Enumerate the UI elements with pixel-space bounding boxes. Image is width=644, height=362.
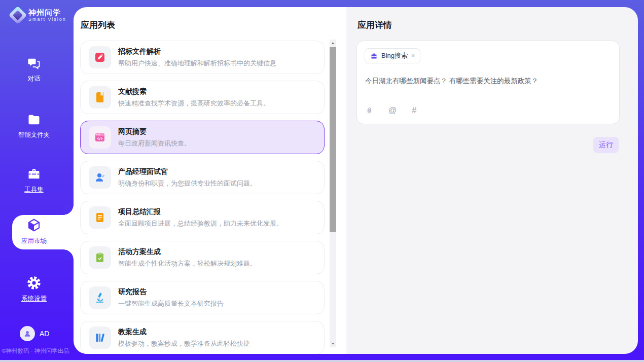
- edit-square-icon: [94, 51, 106, 63]
- app-description: 帮助用户快速、准确地理解和解析招标书中的关键信息: [118, 59, 276, 68]
- app-name: 教案生成: [118, 328, 250, 337]
- app-name: 项目总结汇报: [118, 207, 283, 216]
- app-card-pm-interviewer[interactable]: 产品经理面试官 明确身份和职责，为您提供专业性的面试问题。: [80, 161, 325, 194]
- sidebar-item-chat[interactable]: 对话: [0, 56, 68, 83]
- sidebar-item-toolset[interactable]: 工具集: [0, 167, 68, 194]
- app-detail-title: 应用详情: [357, 19, 392, 31]
- app-name: 网页摘要: [118, 127, 191, 136]
- app-icon-tile: [89, 166, 111, 189]
- attachment-toolbar: @ #: [365, 106, 416, 115]
- avatar: [20, 326, 35, 341]
- sidebar-item-app-market[interactable]: 应用市场: [0, 218, 68, 245]
- paperclip-icon[interactable]: [365, 106, 373, 115]
- app-icon-tile: [89, 206, 111, 229]
- user-initials: AD: [40, 330, 49, 338]
- sidebar-item-label: 智能文件夹: [18, 131, 50, 139]
- toolbox-icon: [27, 167, 41, 182]
- app-icon-tile: [89, 126, 111, 149]
- app-card-research-report[interactable]: 研究报告 一键智能生成高质量长文本研究报告: [80, 281, 325, 314]
- sidebar-item-label: 系统设置: [21, 295, 47, 303]
- sidebar-item-settings[interactable]: 系统设置: [0, 275, 68, 303]
- copyright-text: ©神州数码 · 神州问学出品: [0, 347, 71, 355]
- app-card-bid-analysis[interactable]: 招标文件解析 帮助用户快速、准确地理解和解析招标书中的关键信息: [80, 41, 325, 74]
- brand-logo: 神州问学 Smart Vision: [11, 8, 66, 22]
- brand-logo-icon: [9, 6, 27, 25]
- app-description: 一键智能生成高质量长文本研究报告: [118, 299, 224, 308]
- close-icon[interactable]: ×: [411, 53, 415, 59]
- person-icon: [94, 171, 106, 184]
- folder-icon: [27, 113, 41, 127]
- app-description: 模板驱动，教案秒成，教学准备从此轻松快捷: [118, 339, 250, 348]
- brand-name: 神州问学: [28, 8, 66, 17]
- gear-icon: [26, 275, 42, 291]
- query-input[interactable]: 今日湖北有哪些新闻要点？ 有哪些需要关注的最新政策？: [365, 77, 611, 86]
- at-icon[interactable]: @: [388, 106, 397, 115]
- app-list: 招标文件解析 帮助用户快速、准确地理解和解析招标书中的关键信息 文献搜索 快速精…: [80, 41, 325, 354]
- microscope-icon: [94, 292, 106, 304]
- app-icon-tile: [89, 246, 111, 269]
- tool-chip-label: Bing搜索: [381, 51, 408, 60]
- app-card-project-summary[interactable]: 项目总结汇报 全面回顾项目进展，总结经验教训，助力未来优化发展。: [80, 201, 325, 234]
- app-name: 研究报告: [118, 287, 224, 297]
- query-card: Bing搜索 × 今日湖北有哪些新闻要点？ 有哪些需要关注的最新政策？ @ #: [356, 41, 620, 124]
- app-description: 智能生成个性化活动方案，轻松解决规划难题。: [118, 259, 257, 268]
- scrollbar-thumb[interactable]: [330, 47, 336, 232]
- hash-icon[interactable]: #: [412, 106, 416, 115]
- app-description: 快速精准查找学术资源，提高研究效率的必备工具。: [118, 99, 270, 108]
- sidebar: 神州问学 Smart Vision 对话 智能文件夹 工具集: [0, 0, 74, 360]
- person-icon: [23, 329, 32, 338]
- app-icon-tile: [89, 286, 111, 309]
- app-list-panel: 应用列表 招标文件解析 帮助用户快速、准确地理解和解析招标书中的关键信息: [74, 7, 346, 354]
- user-account[interactable]: AD: [20, 326, 49, 341]
- app-card-lesson-plan[interactable]: 教案生成 模板驱动，教案秒成，教学准备从此轻松快捷: [80, 321, 325, 354]
- book-icon: [94, 91, 106, 103]
- browser-code-icon: [94, 131, 106, 143]
- run-button[interactable]: 运行: [593, 137, 619, 153]
- app-name: 活动方案生成: [118, 247, 257, 257]
- app-card-event-plan[interactable]: 活动方案生成 智能生成个性化活动方案，轻松解决规划难题。: [80, 241, 325, 274]
- scroll-down-button[interactable]: ▼: [330, 340, 336, 347]
- app-list-scrollbar[interactable]: ▲ ▼: [330, 40, 336, 347]
- chat-icon: [27, 56, 41, 70]
- app-name: 招标文件解析: [118, 47, 276, 56]
- main-content: 应用列表 招标文件解析 帮助用户快速、准确地理解和解析招标书中的关键信息: [74, 7, 638, 354]
- app-name: 产品经理面试官: [118, 167, 257, 176]
- app-name: 文献搜索: [118, 87, 270, 96]
- app-icon-tile: [89, 327, 111, 349]
- app-window: 神州问学 Smart Vision 对话 智能文件夹 工具集: [0, 0, 644, 362]
- bottom-edge-strip: [0, 360, 644, 362]
- tool-chip-bing-search[interactable]: Bing搜索 ×: [365, 48, 420, 63]
- app-description: 明确身份和职责，为您提供专业性的面试问题。: [118, 179, 257, 188]
- cube-icon: [26, 218, 42, 233]
- app-card-literature-search[interactable]: 文献搜索 快速精准查找学术资源，提高研究效率的必备工具。: [80, 81, 325, 114]
- books-icon: [94, 332, 106, 344]
- brand-subtitle: Smart Vision: [28, 17, 66, 22]
- app-icon-tile: [89, 86, 111, 108]
- app-detail-panel: 应用详情 Bing搜索 × 今日湖北有哪些新闻要点？ 有哪些需要关注的最新政策？…: [346, 7, 638, 354]
- app-icon-tile: [89, 46, 111, 68]
- app-description: 每日政府新闻资讯快查。: [118, 139, 191, 148]
- app-card-web-summary[interactable]: 网页摘要 每日政府新闻资讯快查。: [80, 121, 325, 154]
- sidebar-item-label: 对话: [28, 75, 41, 83]
- sidebar-item-label: 应用市场: [21, 237, 47, 245]
- scroll-up-button[interactable]: ▲: [330, 40, 336, 47]
- briefcase-icon: [370, 52, 378, 60]
- document-icon: [94, 211, 106, 224]
- sidebar-item-label: 工具集: [24, 186, 44, 194]
- clipboard-check-icon: [94, 251, 106, 264]
- app-list-title: 应用列表: [81, 19, 115, 31]
- app-description: 全面回顾项目进展，总结经验教训，助力未来优化发展。: [118, 219, 283, 228]
- sidebar-item-smart-folder[interactable]: 智能文件夹: [0, 113, 68, 139]
